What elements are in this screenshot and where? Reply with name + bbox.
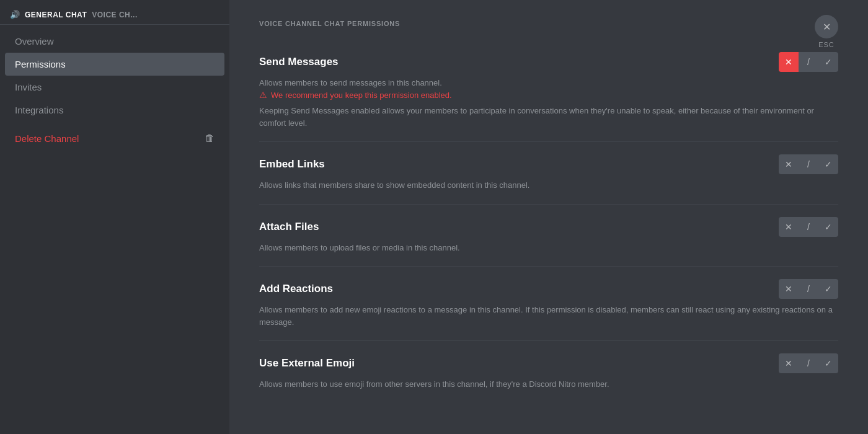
toggle-allow-embed-links[interactable]: ✓ — [818, 154, 838, 174]
permission-row: Embed Links ✕/✓ — [259, 154, 838, 174]
permission-item-send-messages: Send Messages ✕/✓ Allows members to send… — [259, 40, 838, 142]
close-area: ✕ ESC — [815, 15, 838, 48]
sidebar-nav: Overview Permissions Invites Integration… — [0, 27, 229, 434]
main-content: ✕ ESC VOICE CHANNEL CHAT PERMISSIONS Sen… — [229, 0, 868, 434]
permission-item-attach-files: Attach Files ✕/✓ Allows members to uploa… — [259, 205, 838, 267]
permission-description: Allows links that members share to show … — [259, 179, 838, 192]
permission-row: Use External Emoji ✕/✓ — [259, 353, 838, 373]
permission-row: Send Messages ✕/✓ — [259, 52, 838, 72]
warning-text: We recommend you keep this permission en… — [271, 89, 452, 102]
toggle-neutral-attach-files[interactable]: / — [799, 217, 818, 237]
permission-name: Send Messages — [259, 56, 339, 68]
permission-name: Use External Emoji — [259, 357, 355, 370]
channel-name: GENERAL CHAT — [25, 11, 87, 19]
toggle-deny-attach-files[interactable]: ✕ — [779, 217, 799, 237]
toggle-neutral-embed-links[interactable]: / — [799, 154, 818, 174]
toggle-allow-attach-files[interactable]: ✓ — [818, 217, 838, 237]
permission-row: Add Reactions ✕/✓ — [259, 279, 838, 299]
permission-description: Allows members to send messages in this … — [259, 77, 838, 89]
permission-item-embed-links: Embed Links ✕/✓ Allows links that member… — [259, 142, 838, 205]
toggle-deny-add-reactions[interactable]: ✕ — [779, 279, 799, 299]
sidebar-header: 🔊 GENERAL CHAT VOICE CH... — [0, 0, 229, 25]
toggle-group: ✕/✓ — [779, 279, 838, 299]
permission-description: Allows members to add new emoji reaction… — [259, 304, 838, 328]
esc-label: ESC — [818, 41, 835, 48]
permission-extra-info: Keeping Send Messages enabled allows you… — [259, 105, 838, 129]
voice-channel-icon: 🔊 — [10, 10, 20, 19]
channel-sub: VOICE CH... — [92, 11, 138, 19]
section-label: VOICE CHANNEL CHAT PERMISSIONS — [259, 20, 838, 27]
permission-warning: ⚠ We recommend you keep this permission … — [259, 89, 838, 102]
toggle-neutral-send-messages[interactable]: / — [799, 52, 818, 72]
toggle-deny-embed-links[interactable]: ✕ — [779, 154, 799, 174]
toggle-allow-add-reactions[interactable]: ✓ — [818, 279, 838, 299]
toggle-group: ✕/✓ — [779, 52, 838, 72]
toggle-allow-send-messages[interactable]: ✓ — [818, 52, 838, 72]
permission-item-use-external-emoji: Use External Emoji ✕/✓ Allows members to… — [259, 341, 838, 403]
toggle-neutral-add-reactions[interactable]: / — [799, 279, 818, 299]
sidebar-item-invites[interactable]: Invites — [5, 76, 224, 99]
permission-description: Allows members to upload files or media … — [259, 242, 838, 254]
permission-item-add-reactions: Add Reactions ✕/✓ Allows members to add … — [259, 267, 838, 341]
sidebar-item-integrations[interactable]: Integrations — [5, 99, 224, 122]
toggle-neutral-use-external-emoji[interactable]: / — [799, 353, 818, 373]
toggle-group: ✕/✓ — [779, 217, 838, 237]
permission-name: Add Reactions — [259, 283, 333, 295]
trash-icon: 🗑 — [205, 133, 215, 144]
toggle-group: ✕/✓ — [779, 353, 838, 373]
permissions-list: Send Messages ✕/✓ Allows members to send… — [259, 40, 838, 403]
sidebar: 🔊 GENERAL CHAT VOICE CH... Overview Perm… — [0, 0, 229, 434]
toggle-group: ✕/✓ — [779, 154, 838, 174]
close-button[interactable]: ✕ — [815, 15, 838, 38]
permission-row: Attach Files ✕/✓ — [259, 217, 838, 237]
permission-name: Embed Links — [259, 158, 325, 170]
permission-name: Attach Files — [259, 221, 319, 233]
delete-channel-button[interactable]: Delete Channel 🗑 — [5, 126, 224, 150]
toggle-deny-use-external-emoji[interactable]: ✕ — [779, 353, 799, 373]
toggle-allow-use-external-emoji[interactable]: ✓ — [818, 353, 838, 373]
warning-icon: ⚠ — [259, 90, 267, 100]
permission-description: Allows members to use emoji from other s… — [259, 378, 838, 391]
sidebar-item-permissions[interactable]: Permissions — [5, 53, 224, 76]
sidebar-item-overview[interactable]: Overview — [5, 30, 224, 53]
toggle-deny-send-messages[interactable]: ✕ — [779, 52, 799, 72]
